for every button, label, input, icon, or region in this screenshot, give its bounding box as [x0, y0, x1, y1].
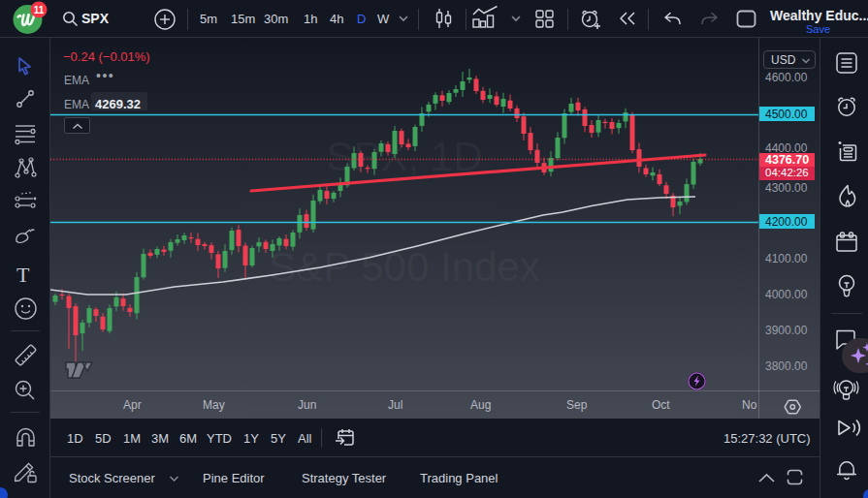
svg-text:11: 11: [34, 5, 45, 16]
